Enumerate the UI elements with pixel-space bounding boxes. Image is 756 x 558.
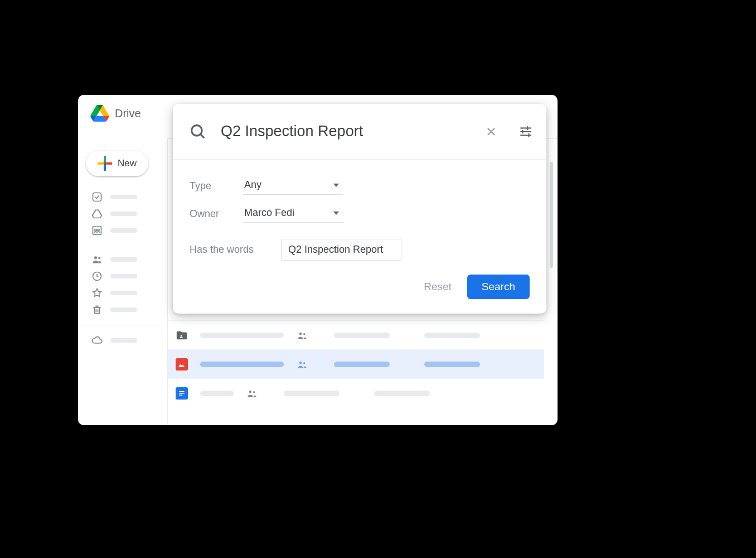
file-meta-placeholder (334, 362, 390, 367)
shared-icon (246, 389, 258, 398)
sidebar-label-placeholder (110, 274, 137, 278)
new-button[interactable]: New (86, 151, 148, 176)
svg-point-11 (303, 362, 305, 364)
search-row (173, 104, 546, 160)
file-meta-placeholder (424, 333, 480, 338)
sidebar-label-placeholder (110, 195, 137, 199)
advanced-search-panel: Type Any Owner Marco Fedi Has the words … (173, 104, 546, 314)
sidebar-label-placeholder (110, 291, 137, 295)
svg-point-15 (249, 390, 252, 393)
svg-point-16 (253, 391, 255, 393)
filter-type-select[interactable]: Any (243, 177, 343, 195)
filter-type-row: Type Any (190, 172, 530, 200)
people-icon (91, 254, 103, 265)
svg-rect-14 (179, 395, 182, 395)
search-button[interactable]: Search (467, 275, 530, 299)
file-row[interactable] (168, 320, 544, 349)
sidebar-label-placeholder (110, 307, 137, 312)
svg-rect-18 (520, 127, 531, 128)
checkbox-icon (91, 191, 103, 203)
svg-point-9 (303, 333, 305, 335)
sidebar-item-priority[interactable] (78, 189, 167, 205)
svg-rect-13 (179, 393, 184, 393)
filter-owner-value: Marco Fedi (244, 207, 294, 219)
sidebar-item-recent[interactable] (78, 268, 167, 285)
sidebar-item-starred[interactable] (78, 285, 167, 301)
file-meta-placeholder (424, 362, 480, 367)
file-row-selected[interactable] (168, 349, 544, 378)
sidebar-item-shared-drives[interactable] (78, 222, 167, 239)
search-icon (188, 122, 207, 141)
sidebar-item-shared-with-me[interactable] (78, 251, 167, 268)
doc-file-icon (176, 387, 188, 400)
star-icon (91, 287, 103, 299)
sidebar (78, 189, 167, 349)
sidebar-label-placeholder (110, 257, 137, 262)
filter-words-label: Has the words (190, 244, 262, 256)
search-input[interactable] (221, 123, 467, 140)
new-button-label: New (118, 158, 137, 169)
filter-type-value: Any (244, 179, 261, 191)
clear-search-button[interactable] (481, 121, 502, 142)
svg-rect-23 (528, 133, 529, 137)
shared-drives-icon (91, 225, 103, 236)
svg-point-3 (98, 229, 99, 231)
file-name-placeholder (200, 362, 284, 367)
brand-name: Drive (115, 107, 141, 120)
filter-owner-row: Owner Marco Fedi (190, 200, 530, 228)
svg-rect-12 (179, 391, 184, 391)
file-name-placeholder (200, 333, 284, 338)
sidebar-item-trash[interactable] (78, 301, 167, 318)
drive-outline-icon (91, 208, 103, 219)
sidebar-divider (78, 325, 167, 325)
file-meta-placeholder (334, 333, 390, 338)
filter-actions: Reset Search (190, 263, 530, 299)
search-options-icon[interactable] (515, 121, 536, 142)
chevron-down-icon (333, 211, 339, 215)
file-row[interactable] (168, 378, 544, 407)
filter-owner-label: Owner (190, 208, 243, 220)
cloud-icon (91, 335, 103, 346)
svg-point-5 (98, 257, 100, 259)
brand: Drive (90, 105, 141, 122)
sidebar-label-placeholder (110, 338, 137, 343)
svg-point-4 (94, 256, 97, 259)
svg-point-7 (181, 335, 182, 336)
drive-logo-icon (90, 105, 109, 122)
filter-owner-select[interactable]: Marco Fedi (243, 205, 343, 223)
shared-icon (296, 360, 308, 369)
trash-icon (91, 304, 103, 315)
clock-icon (91, 271, 103, 282)
svg-point-8 (299, 332, 302, 335)
shared-icon (296, 331, 308, 340)
svg-rect-22 (522, 129, 524, 133)
scrollbar[interactable] (550, 162, 553, 268)
svg-point-2 (95, 229, 96, 231)
svg-rect-21 (527, 126, 528, 130)
filter-body: Type Any Owner Marco Fedi Has the words … (173, 160, 546, 314)
svg-rect-20 (520, 134, 531, 136)
filter-type-label: Type (190, 180, 243, 192)
file-list (168, 320, 544, 407)
filter-words-input-wrap[interactable] (281, 239, 401, 261)
sidebar-label-placeholder (110, 228, 137, 233)
sidebar-label-placeholder (110, 211, 137, 216)
svg-point-10 (299, 361, 302, 364)
chevron-down-icon (333, 184, 339, 187)
plus-icon (98, 156, 112, 171)
shared-folder-icon (176, 329, 188, 341)
sidebar-item-storage[interactable] (78, 332, 167, 349)
svg-rect-0 (93, 193, 101, 201)
svg-rect-1 (93, 227, 101, 235)
file-name-placeholder (200, 391, 234, 396)
reset-button[interactable]: Reset (424, 281, 452, 293)
filter-words-row: Has the words (190, 235, 530, 263)
sidebar-item-my-drive[interactable] (78, 205, 167, 222)
file-meta-placeholder (374, 391, 430, 396)
file-meta-placeholder (284, 391, 340, 396)
filter-words-input[interactable] (288, 244, 394, 256)
svg-rect-19 (520, 131, 531, 132)
image-file-icon (176, 358, 188, 371)
